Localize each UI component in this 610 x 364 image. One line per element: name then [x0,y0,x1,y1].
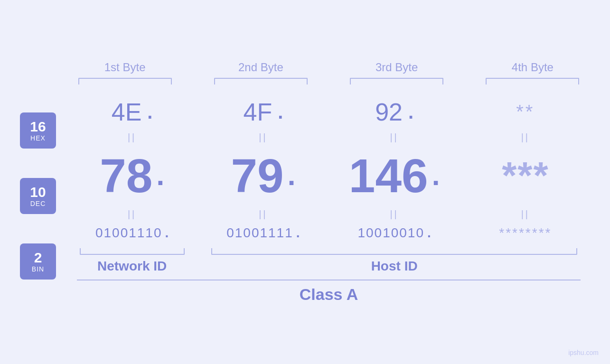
dec-val-4: *** [502,154,549,197]
dec-cell-1: 78 . [66,149,197,203]
class-label: Class A [300,285,358,304]
bracket-top-1 [78,78,172,84]
bin-cell-1: 01001110 . [66,225,197,241]
hex-val-4: ** [516,101,535,122]
eq2-4: || [460,209,591,220]
network-id-col: Network ID [66,248,197,274]
byte-header-3: 3rd Byte [375,61,418,74]
main-container: 1st Byte 2nd Byte 3rd Byte 4th Byte [0,0,610,364]
byte-header-1: 1st Byte [104,61,146,74]
bin-val-3: 10010010 [357,225,424,241]
rows-area: 4E . 4F . 92 . ** || || || [66,88,591,304]
dot-dec-3: . [432,161,440,190]
hex-val-1: 4E [112,98,142,126]
byte-header-4: 4th Byte [512,61,554,74]
dec-row: 78 . 79 . 146 . *** [66,144,591,208]
hex-cell-2: 4F . [197,98,328,126]
byte-header-2: 2nd Byte [238,61,283,74]
bottom-brackets-row: Network ID Host ID [66,248,591,274]
host-id-col: Host ID [197,248,591,274]
bin-val-2: 01001111 [226,225,293,241]
bin-cell-3: 10010010 . [329,225,460,241]
main-grid: 16 HEX 10 DEC 2 BIN 4E . 4F [19,88,591,304]
network-id-label: Network ID [97,259,167,274]
dec-val-1: 78 [100,149,152,203]
class-a-wrap: Class A [66,280,591,304]
bin-badge: 2 BIN [20,243,56,280]
byte-col-2: 2nd Byte [202,61,319,84]
eq-4: || [460,132,591,143]
bracket-bot-host [211,248,577,255]
dec-cell-4: *** [460,154,591,197]
eq2-3: || [329,209,460,220]
hex-cell-1: 4E . [66,98,197,126]
eq-2: || [197,132,328,143]
equals-row-1: || || || || [66,131,591,144]
hex-row: 4E . 4F . 92 . ** [66,88,591,131]
dot-dec-2: . [288,161,296,190]
dec-badge: 10 DEC [20,178,56,214]
host-id-label: Host ID [371,259,418,274]
byte-col-3: 3rd Byte [338,61,455,84]
hex-badge-label: HEX [30,134,46,142]
hex-cell-4: ** [460,101,591,122]
dec-val-3: 146 [349,149,428,203]
hex-badge: 16 HEX [20,112,56,149]
bin-badge-label: BIN [32,265,44,273]
dec-badge-num: 10 [30,184,46,200]
bracket-top-4 [486,78,579,84]
eq-1: || [66,132,197,143]
dec-val-2: 79 [231,149,283,203]
bracket-bot-network [80,248,185,255]
dot-3: . [408,103,413,121]
bin-val-1: 01001110 [95,225,162,241]
dec-cell-2: 79 . [197,149,328,203]
bin-cell-2: 01001111 . [197,225,328,241]
equals-row-2: || || || || [66,208,591,221]
bin-cell-4: ******** [460,225,591,241]
byte-col-1: 1st Byte [66,61,183,84]
dot-2: . [278,103,283,121]
hex-val-3: 92 [375,98,403,126]
hex-cell-3: 92 . [329,98,460,126]
bin-badge-num: 2 [34,250,42,265]
hex-val-2: 4F [243,98,272,126]
eq-3: || [329,132,460,143]
dot-bin-1: . [165,226,169,240]
eq2-1: || [66,209,197,220]
dot-dec-1: . [156,161,164,190]
dot-bin-2: . [296,226,300,240]
dec-cell-3: 146 . [329,149,460,203]
watermark: ipshu.com [568,349,599,356]
badges-column: 16 HEX 10 DEC 2 BIN [19,88,66,304]
badge-spacer [19,61,66,84]
bin-val-4: ******** [499,225,552,241]
dot-1: . [147,103,152,121]
dec-badge-label: DEC [30,200,46,207]
bracket-top-3 [350,78,443,84]
bin-row: 01001110 . 01001111 . 10010010 . *******… [66,221,591,245]
class-line [77,280,581,280]
byte-col-4: 4th Byte [474,61,591,84]
bracket-top-2 [214,78,308,84]
hex-badge-num: 16 [30,119,46,134]
eq2-2: || [197,209,328,220]
dot-bin-3: . [427,226,431,240]
